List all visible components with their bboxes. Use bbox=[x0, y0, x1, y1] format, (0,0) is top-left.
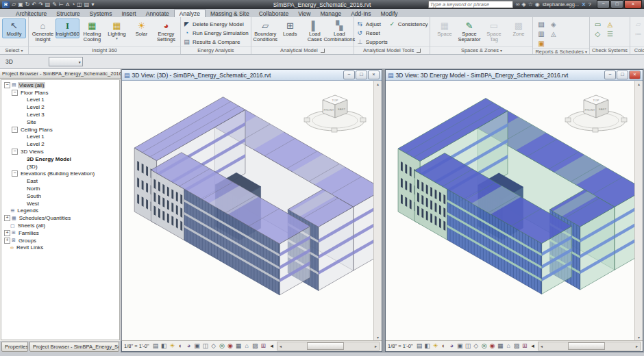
tab-modify[interactable]: Modify bbox=[375, 10, 402, 17]
viewcube[interactable]: TOPFRONTEAST bbox=[565, 92, 628, 134]
displacement-sets-icon[interactable]: ▨ bbox=[514, 342, 520, 351]
horizontal-scrollbar[interactable]: ◂▸ bbox=[277, 342, 380, 351]
tab-structure[interactable]: Structure bbox=[51, 10, 85, 17]
graphical-column-schedule-icon[interactable]: ◬ bbox=[547, 29, 559, 38]
scroll-left-icon[interactable]: ◂ bbox=[277, 344, 284, 348]
expand-toggle-icon[interactable]: − bbox=[12, 90, 18, 96]
tree-item-south[interactable]: South bbox=[1, 192, 119, 200]
show-crop-region-icon[interactable]: ◫ bbox=[202, 342, 208, 351]
sun-path-icon[interactable]: ☀ bbox=[432, 342, 438, 351]
tree-item-3d-views[interactable]: −3D Views bbox=[1, 148, 119, 155]
signin-user-icon[interactable]: ◉ bbox=[535, 1, 540, 8]
analytical-model-icon[interactable]: ⌂ bbox=[506, 342, 512, 351]
tree-item-sheets-all-[interactable]: ▢Sheets (all) bbox=[1, 222, 119, 229]
scroll-left-icon[interactable]: ◂ bbox=[538, 344, 545, 348]
expand-toggle-icon[interactable]: + bbox=[4, 230, 10, 236]
horizontal-scrollbar[interactable]: ◂▸ bbox=[538, 342, 641, 351]
rendering-dialog-icon[interactable]: ◕ bbox=[449, 342, 455, 351]
panel-label[interactable]: Analytical Model Tools bbox=[354, 46, 430, 54]
detail-level-icon[interactable]: ▤ bbox=[417, 342, 423, 351]
tree-item-level-1[interactable]: Level 1 bbox=[1, 134, 119, 141]
revit-logo-icon[interactable]: R bbox=[2, 1, 10, 8]
unlocked-view-icon[interactable]: ◇ bbox=[210, 342, 216, 351]
tab-collaborate[interactable]: Collaborate bbox=[254, 10, 293, 17]
view-canvas[interactable]: TOPFRONTEAST▴▾ bbox=[386, 81, 643, 340]
panel-label[interactable]: Reports & Schedules▾ bbox=[533, 48, 589, 55]
tab-manage[interactable]: Manage bbox=[315, 10, 346, 17]
default-3d-view-icon[interactable]: ◔ bbox=[71, 1, 75, 8]
tab-architecture[interactable]: Architecture bbox=[11, 10, 51, 17]
tree-item-legends[interactable]: ☰Legends bbox=[1, 207, 119, 215]
print-icon[interactable]: ▤ bbox=[45, 1, 51, 8]
tree-item-floor-plans[interactable]: −Floor Plans bbox=[1, 89, 119, 97]
lighting-button[interactable]: ▦Lighting▾ bbox=[105, 18, 129, 41]
panel-label[interactable]: Color Fill bbox=[630, 46, 644, 54]
crop-view-icon[interactable]: ▣ bbox=[194, 342, 200, 351]
view-scale-button[interactable]: 1/8" = 1'-0" bbox=[124, 343, 149, 349]
view-scale-button[interactable]: 1/8" = 1'-0" bbox=[388, 343, 413, 349]
temporary-view-properties-icon[interactable]: ▦ bbox=[497, 342, 504, 351]
view-restore-button[interactable]: □ bbox=[617, 71, 628, 79]
displacement-sets-icon[interactable]: ▨ bbox=[252, 342, 258, 351]
tree-item-site[interactable]: Site bbox=[1, 118, 119, 126]
subscription-icon[interactable]: ◈ bbox=[522, 1, 526, 8]
collapse-arrow-icon[interactable]: ◂ bbox=[530, 342, 536, 351]
scroll-down-icon[interactable]: ▾ bbox=[638, 335, 640, 340]
unlocked-view-icon[interactable]: ◇ bbox=[473, 342, 479, 351]
measure-icon[interactable]: ✎ bbox=[52, 1, 57, 8]
project-browser-tab[interactable]: Project Browser - SimBPA_Energy_Sche... bbox=[29, 342, 119, 352]
tree-item-elevations-building-elevation-[interactable]: −Elevations (Building Elevation) bbox=[1, 170, 119, 178]
scroll-thumb[interactable] bbox=[307, 342, 344, 350]
analytical-model-icon[interactable]: ⌂ bbox=[244, 342, 250, 351]
results-compare-button[interactable]: ▤Results & Compare bbox=[183, 38, 249, 46]
tree-item-3d-energy-model[interactable]: 3D Energy Model bbox=[1, 155, 119, 163]
tab-insert[interactable]: Insert bbox=[116, 10, 140, 17]
panel-launcher-icon[interactable] bbox=[417, 49, 421, 53]
panel-launcher-icon[interactable] bbox=[321, 49, 325, 53]
delete-energy-model-button[interactable]: ◤Delete Energy Model bbox=[183, 20, 249, 28]
exchange-apps-icon[interactable]: X bbox=[582, 1, 585, 8]
scroll-right-icon[interactable]: ▸ bbox=[634, 344, 640, 348]
crop-view-icon[interactable]: ▣ bbox=[457, 342, 463, 351]
view-minimize-button[interactable]: − bbox=[343, 71, 355, 79]
tree-item-revit-links[interactable]: ∞Revit Links bbox=[1, 244, 119, 252]
consistency-button[interactable]: ✓Consistency bbox=[388, 20, 428, 28]
expand-toggle-icon[interactable]: + bbox=[4, 215, 10, 221]
vertical-scrollbar[interactable]: ▴▾ bbox=[634, 81, 643, 340]
tab-massing-site[interactable]: Massing & Site bbox=[206, 10, 254, 17]
insight360-button[interactable]: IInsight360 bbox=[55, 18, 79, 38]
supports-button[interactable]: ⊥Supports bbox=[356, 38, 388, 46]
restore-button[interactable]: □ bbox=[610, 0, 623, 9]
generate-insight-button[interactable]: ⌂Generate Insight bbox=[31, 18, 55, 44]
tree-item-east[interactable]: East bbox=[1, 177, 119, 185]
tree-item-groups[interactable]: +⊠Groups bbox=[1, 237, 119, 244]
adjust-button[interactable]: ⇆Adjust bbox=[356, 20, 388, 28]
detail-level-icon[interactable]: ▤ bbox=[153, 342, 159, 351]
panel-label[interactable]: Spaces & Zones▾ bbox=[430, 46, 532, 54]
reveal-hidden-elements-icon[interactable]: ◉ bbox=[489, 342, 495, 351]
panel-label[interactable]: Select▾ bbox=[0, 46, 28, 54]
panel-label[interactable]: Analytical Model bbox=[251, 46, 354, 54]
schedule-quantities-icon[interactable]: ◈ bbox=[547, 20, 559, 29]
tree-item-west[interactable]: West bbox=[1, 200, 119, 207]
scroll-right-icon[interactable]: ▸ bbox=[373, 344, 379, 348]
redo-icon[interactable]: ↷ bbox=[38, 1, 43, 8]
solar-button[interactable]: ☀Solar bbox=[129, 18, 153, 38]
favorites-star-icon[interactable]: ☆ bbox=[528, 1, 533, 8]
panel-label[interactable]: Energy Analysis bbox=[181, 46, 251, 54]
panel-label[interactable]: Insight 360 bbox=[29, 46, 180, 54]
temporary-hide-isolate-icon[interactable]: ◎ bbox=[219, 342, 225, 351]
tree-item-level-3[interactable]: Level 3 bbox=[1, 111, 119, 118]
panel-label[interactable]: Check Systems bbox=[590, 46, 630, 54]
save-icon[interactable]: ▣ bbox=[18, 1, 23, 8]
scroll-down-icon[interactable]: ▾ bbox=[377, 335, 379, 340]
expand-toggle-icon[interactable]: − bbox=[12, 127, 18, 133]
rendering-dialog-icon[interactable]: ◕ bbox=[186, 342, 192, 351]
section-icon[interactable]: ◫ bbox=[77, 1, 82, 8]
sheet-icon[interactable]: ▤ bbox=[84, 1, 90, 8]
expand-toggle-icon[interactable]: − bbox=[4, 82, 10, 88]
temporary-hide-isolate-icon[interactable]: ◎ bbox=[481, 342, 487, 351]
check-circuits-icon[interactable]: ☰ bbox=[604, 29, 616, 38]
view-minimize-button[interactable]: − bbox=[604, 71, 616, 79]
load-combinations-button[interactable]: ▚Load Combinations bbox=[327, 18, 351, 44]
